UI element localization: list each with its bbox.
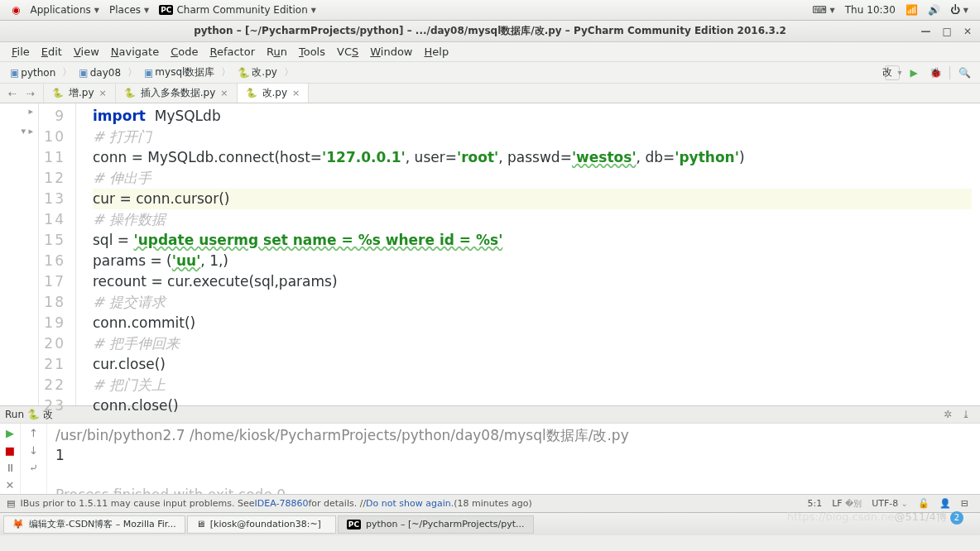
volume-icon[interactable]: 🔊 xyxy=(923,4,945,16)
caret-position[interactable]: 5:1 xyxy=(803,498,828,509)
idea-issue-link[interactable]: IDEA-78860 xyxy=(255,498,309,509)
gnome-taskbar: 🦊编辑文章-CSDN博客 – Mozilla Fir... 🖥[kiosk@fo… xyxy=(0,512,980,535)
stop-icon[interactable]: ■ xyxy=(5,444,15,457)
gnome-top-bar: ◉ Applications ▼ Places ▼ PCCharm Commun… xyxy=(0,0,980,21)
activities-icon[interactable]: ◉ xyxy=(7,4,25,16)
scroll-down-icon[interactable]: ↓ xyxy=(29,444,38,457)
power-icon[interactable]: ⏻ ▼ xyxy=(945,4,973,16)
menu-run[interactable]: Run xyxy=(262,44,292,60)
menu-window[interactable]: Window xyxy=(365,44,417,60)
back-icon[interactable]: ⇠ xyxy=(5,86,20,101)
file-encoding[interactable]: UTF-8 ⌄ xyxy=(867,498,913,509)
rerun-icon[interactable]: ▶ xyxy=(6,427,14,439)
menu-edit[interactable]: Edit xyxy=(36,44,67,60)
memory-icon[interactable]: ⊟ xyxy=(956,498,973,509)
editor-tabs-row: ⇠ ⇢ 🐍增.py× 🐍插入多条数据.py× 🐍改.py× xyxy=(0,84,980,103)
search-everywhere-button[interactable]: 🔍 xyxy=(957,65,972,80)
crumb-folder-day08[interactable]: ▣ day08 xyxy=(74,65,126,80)
menu-vcs[interactable]: VCS xyxy=(332,44,363,60)
debug-button[interactable]: 🐞 xyxy=(928,65,943,80)
menu-navigate[interactable]: Navigate xyxy=(106,44,164,60)
applications-menu[interactable]: Applications ▼ xyxy=(25,4,103,16)
main-menu-bar: File Edit View Navigate Code Refactor Ru… xyxy=(0,42,980,62)
run-config-selector[interactable]: 改 ▾ xyxy=(885,65,900,80)
scroll-up-icon[interactable]: ↑ xyxy=(29,427,38,439)
navigation-bar: ▣ python〉 ▣ day08〉 ▣ mysql数据库〉 🐍 改.py〉 改… xyxy=(0,62,980,84)
input-method-icon[interactable]: ⌨ ▼ xyxy=(807,4,839,16)
menu-view[interactable]: View xyxy=(69,44,104,60)
run-tool-window: ▶ ■ ⏸ ✕ ↑ ↓ ⤶ /usr/bin/python2.7 /home/k… xyxy=(0,424,980,494)
tool-window-toggle-icon[interactable]: ▤ xyxy=(7,498,15,509)
menu-code[interactable]: Code xyxy=(166,44,203,60)
editor-tab[interactable]: 🐍增.py× xyxy=(44,84,116,103)
lock-icon[interactable]: 🔓 xyxy=(913,498,934,509)
menu-help[interactable]: Help xyxy=(420,44,454,60)
network-icon[interactable]: 📶 xyxy=(901,4,923,16)
taskbar-item[interactable]: 🖥[kiosk@foundation38:~] xyxy=(187,515,336,534)
run-label: Run xyxy=(5,409,24,420)
window-close-button[interactable]: ✕ xyxy=(963,26,972,37)
gutter: 91011121314151617181920212223 xyxy=(39,103,76,405)
crumb-project[interactable]: ▣ python xyxy=(5,65,60,80)
taskbar-item[interactable]: 🦊编辑文章-CSDN博客 – Mozilla Fir... xyxy=(3,515,185,534)
menu-file[interactable]: File xyxy=(7,44,35,60)
menu-refactor[interactable]: Refactor xyxy=(204,44,260,60)
menu-tools[interactable]: Tools xyxy=(294,44,330,60)
crumb-file[interactable]: 🐍 改.py xyxy=(233,64,282,81)
close-icon[interactable]: × xyxy=(220,88,228,98)
editor-tab[interactable]: 🐍插入多条数据.py× xyxy=(116,84,238,103)
crumb-folder-db[interactable]: ▣ mysql数据库 xyxy=(139,64,219,81)
places-menu[interactable]: Places ▼ xyxy=(104,4,154,16)
clock[interactable]: Thu 10:30 xyxy=(840,4,901,16)
forward-icon[interactable]: ⇢ xyxy=(23,86,38,101)
taskbar-item-active[interactable]: PCpython – [~/PycharmProjects/pyt... xyxy=(338,515,534,534)
editor-tab-active[interactable]: 🐍改.py× xyxy=(238,84,310,103)
pause-icon[interactable]: ⏸ xyxy=(5,462,16,474)
close-icon[interactable]: × xyxy=(292,88,300,98)
window-title: python – [~/PycharmProjects/python] – ..… xyxy=(194,24,786,38)
window-maximize-button[interactable]: □ xyxy=(943,26,952,37)
close-icon[interactable]: × xyxy=(99,88,107,98)
do-not-show-link[interactable]: Do not show again. xyxy=(366,498,454,509)
window-minimize-button[interactable]: — xyxy=(921,26,931,37)
run-button[interactable]: ▶ xyxy=(906,65,921,80)
active-app-menu[interactable]: PCCharm Community Edition ▼ xyxy=(154,4,321,16)
close-run-icon[interactable]: ✕ xyxy=(6,479,15,491)
soft-wrap-icon[interactable]: ⤶ xyxy=(29,462,38,474)
window-titlebar: python – [~/PycharmProjects/python] – ..… xyxy=(0,21,980,42)
status-bar: ▤ IBus prior to 1.5.11 may cause input p… xyxy=(0,494,980,512)
line-separator[interactable]: LF �別 xyxy=(827,498,867,510)
run-output[interactable]: /usr/bin/python2.7 /home/kiosk/PycharmPr… xyxy=(47,424,980,494)
code-editor[interactable]: ▸▾ ▸ 91011121314151617181920212223 impor… xyxy=(0,103,980,405)
inspection-icon[interactable]: 👤 xyxy=(934,498,956,509)
